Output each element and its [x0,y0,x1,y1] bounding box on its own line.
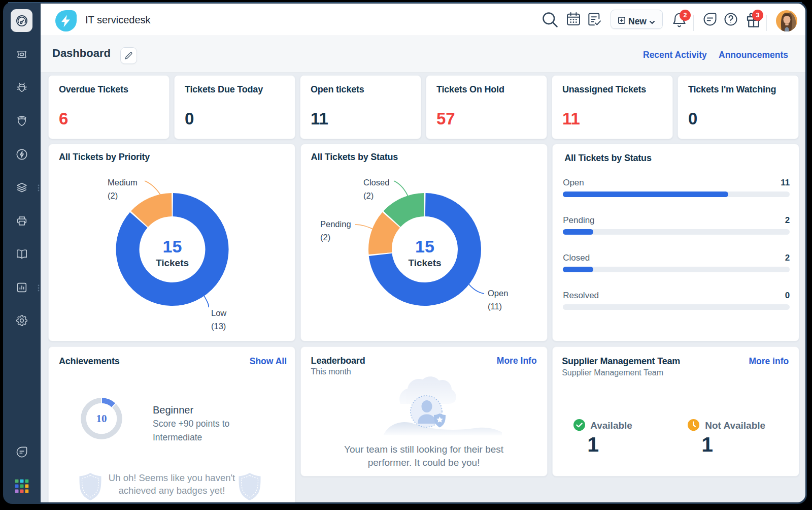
svg-text:Tickets: Tickets [408,258,441,268]
svg-text:(2): (2) [320,233,330,242]
svg-text:15: 15 [415,237,434,256]
svg-text:15: 15 [163,237,182,256]
svg-text:Medium: Medium [108,178,138,187]
svg-text:Pending: Pending [320,219,351,229]
svg-text:(2): (2) [108,191,118,200]
svg-text:Low: Low [211,308,226,317]
svg-text:(11): (11) [488,302,502,311]
svg-text:Open: Open [488,289,508,298]
svg-text:Closed: Closed [363,178,389,187]
svg-text:Tickets: Tickets [156,258,189,268]
svg-text:(2): (2) [363,191,374,200]
svg-text:10: 10 [96,412,107,425]
svg-text:(13): (13) [211,322,226,331]
